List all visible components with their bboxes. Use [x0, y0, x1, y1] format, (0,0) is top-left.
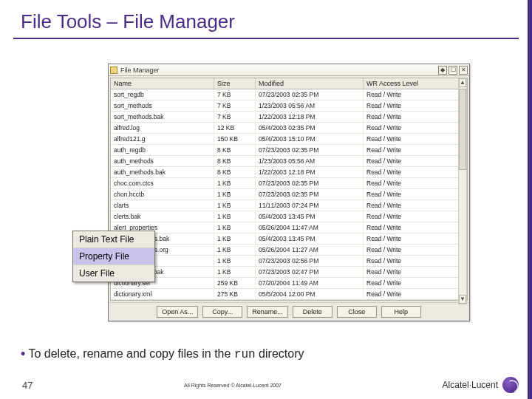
cell-access: Read / Write — [364, 189, 467, 200]
cell-modified: 1/23/2003 05:56 AM — [256, 156, 364, 166]
open-as-button[interactable]: Open As... — [157, 306, 198, 318]
window-buttons: ◆ ☐ ✕ — [438, 66, 468, 75]
cell-size: 1 KB — [214, 189, 256, 200]
col-name[interactable]: Name — [111, 78, 214, 89]
context-menu-item[interactable]: Property File — [73, 248, 154, 265]
close-button[interactable]: Close — [337, 306, 377, 318]
cell-access: Read / Write — [364, 233, 467, 244]
context-menu-item[interactable]: User File — [73, 265, 154, 282]
cell-size: 1 KB — [214, 178, 256, 188]
cell-name: chon.hcctb — [111, 189, 214, 200]
cell-size: 7 KB — [214, 89, 256, 100]
copyright: All Rights Reserved © Alcatel-Lucent 200… — [44, 383, 421, 388]
scroll-down-icon[interactable]: ▼ — [459, 295, 466, 304]
table-row[interactable]: sort_methods.bak7 KB1/22/2003 12:18 PMRe… — [111, 112, 467, 123]
maximize-button[interactable]: ☐ — [449, 66, 457, 75]
table-row[interactable]: chon.hcctb1 KB07/23/2003 02:35 PMRead / … — [111, 189, 467, 200]
cell-access: Read / Write — [364, 134, 467, 144]
cell-name: alfred121.g — [111, 134, 214, 144]
cell-size: 1 KB — [214, 200, 256, 211]
rename-button[interactable]: Rename... — [247, 306, 288, 318]
cell-modified: 1/23/2003 05:56 AM — [256, 100, 364, 111]
table-header: Name Size Modified WR Access Level — [111, 78, 467, 89]
cell-size: 8 KB — [214, 167, 256, 177]
table-row[interactable]: alert_properties1 KB05/26/2004 11:47 AMR… — [111, 222, 467, 233]
cell-name: dictionary.xml — [111, 289, 214, 299]
table-row[interactable]: choc.com.ctcs1 KB07/23/2003 02:35 PMRead… — [111, 178, 467, 189]
cell-access: Read / Write — [364, 89, 467, 100]
context-menu: Plain Text FileProperty FileUser File — [72, 231, 155, 282]
brand: Alcatel·Lucent — [421, 377, 532, 393]
table-row[interactable]: clerts.bak1 KB05/4/2003 13:45 PMRead / W… — [111, 211, 467, 222]
bullet-code: run — [234, 348, 256, 361]
col-size[interactable]: Size — [214, 78, 256, 89]
scrollbar[interactable]: ▲ ▼ — [458, 78, 467, 304]
cell-size: 1 KB — [214, 211, 256, 222]
cell-modified: 07/20/2004 11:49 AM — [256, 278, 364, 288]
cell-name: sort_methods — [111, 100, 214, 111]
table-row[interactable]: alfred.log12 KB05/4/2003 02:35 PMRead / … — [111, 123, 467, 134]
cell-size: 1 KB — [214, 245, 256, 255]
cell-access: Read / Write — [364, 100, 467, 111]
cell-modified: 07/23/2003 02:35 PM — [256, 178, 364, 188]
bullet-line: • To delete, rename and copy files in th… — [21, 346, 517, 361]
table-row[interactable]: alert_properties.bak1 KB05/4/2003 13:45 … — [111, 233, 467, 245]
cell-modified: 05/4/2003 13:45 PM — [256, 233, 364, 244]
table-row[interactable]: clarts1 KB11/11/2003 07:24 PMRead / Writ… — [111, 200, 467, 211]
folder-icon — [110, 66, 117, 74]
copy-button[interactable]: Copy... — [202, 306, 242, 318]
cell-access: Read / Write — [364, 256, 467, 266]
cell-modified: 05/4/2003 15:10 PM — [256, 134, 364, 144]
help-button[interactable]: Help — [381, 306, 421, 318]
button-bar: Open As... Copy... Rename... Delete Clos… — [109, 302, 469, 321]
file-manager-window: File Manager ◆ ☐ ✕ Name Size Modified WR… — [108, 64, 470, 321]
cell-access: Read / Write — [364, 289, 467, 299]
table-row[interactable]: auth_methods8 KB1/23/2003 05:56 AMRead /… — [111, 156, 467, 167]
cell-size: 150 KB — [214, 134, 256, 144]
cell-size: 12 KB — [214, 123, 256, 133]
col-modified[interactable]: Modified — [256, 78, 364, 89]
delete-button[interactable]: Delete — [293, 306, 332, 318]
window-titlebar[interactable]: File Manager ◆ ☐ ✕ — [109, 64, 469, 76]
scroll-thumb[interactable] — [459, 89, 466, 170]
table-row[interactable]: cb_properties1 KB07/23/2003 02:56 PMRead… — [111, 256, 467, 267]
pin-button[interactable]: ◆ — [438, 66, 447, 75]
scroll-up-icon[interactable]: ▲ — [459, 78, 466, 87]
table-row[interactable]: auth_methods.bak8 KB1/22/2003 12:18 PMRe… — [111, 167, 467, 178]
cell-size: 8 KB — [214, 145, 256, 155]
table-body: sort_regdb7 KB07/23/2003 02:35 PMRead / … — [111, 89, 467, 300]
table-row[interactable]: dictionary.xml275 KB05/5/2004 12:00 PMRe… — [111, 289, 467, 300]
cell-modified: 1/22/2003 12:18 PM — [256, 167, 364, 177]
close-window-button[interactable]: ✕ — [459, 66, 468, 75]
brand-logo-icon — [502, 377, 519, 393]
table-row[interactable]: cb_properties.bak1 KB07/23/2003 02:47 PM… — [111, 267, 467, 278]
cell-modified: 05/5/2004 12:00 PM — [256, 289, 364, 299]
cell-size: 1 KB — [214, 222, 256, 233]
cell-size: 1 KB — [214, 267, 256, 277]
table-row[interactable]: sort_regdb7 KB07/23/2003 02:35 PMRead / … — [111, 89, 467, 100]
slide-title: File Tools – File Manager — [0, 0, 532, 36]
cell-access: Read / Write — [364, 222, 467, 233]
cell-size: 1 KB — [214, 256, 256, 266]
side-accent — [528, 0, 532, 399]
cell-name: auth_methods.bak — [111, 167, 214, 177]
cell-modified: 07/23/2003 02:56 PM — [256, 256, 364, 266]
cell-access: Read / Write — [364, 211, 467, 222]
footer: 47 All Rights Reserved © Alcatel-Lucent … — [0, 377, 532, 393]
cell-name: auth_regdb — [111, 145, 214, 155]
cell-name: choc.com.ctcs — [111, 178, 214, 188]
cell-access: Read / Write — [364, 200, 467, 211]
cell-modified: 07/23/2003 02:35 PM — [256, 89, 364, 100]
table-row[interactable]: sort_methods7 KB1/23/2003 05:56 AMRead /… — [111, 100, 467, 112]
col-access[interactable]: WR Access Level — [364, 78, 467, 89]
cell-modified: 1/22/2003 12:18 PM — [256, 112, 364, 122]
context-menu-item[interactable]: Plain Text File — [73, 231, 154, 248]
table-row[interactable]: auth_regdb8 KB07/23/2003 02:35 PMRead / … — [111, 145, 467, 156]
bullet-tail: directory — [256, 347, 304, 360]
table-row[interactable]: alfred121.g150 KB05/4/2003 15:10 PMRead … — [111, 134, 467, 145]
table-row[interactable]: alert_properties.org1 KB05/26/2004 11:27… — [111, 245, 467, 256]
cell-size: 7 KB — [214, 100, 256, 111]
table-row[interactable]: dictionary.ser259 KB07/20/2004 11:49 AMR… — [111, 278, 467, 289]
cell-name: alfred.log — [111, 123, 214, 133]
cell-access: Read / Write — [364, 156, 467, 166]
